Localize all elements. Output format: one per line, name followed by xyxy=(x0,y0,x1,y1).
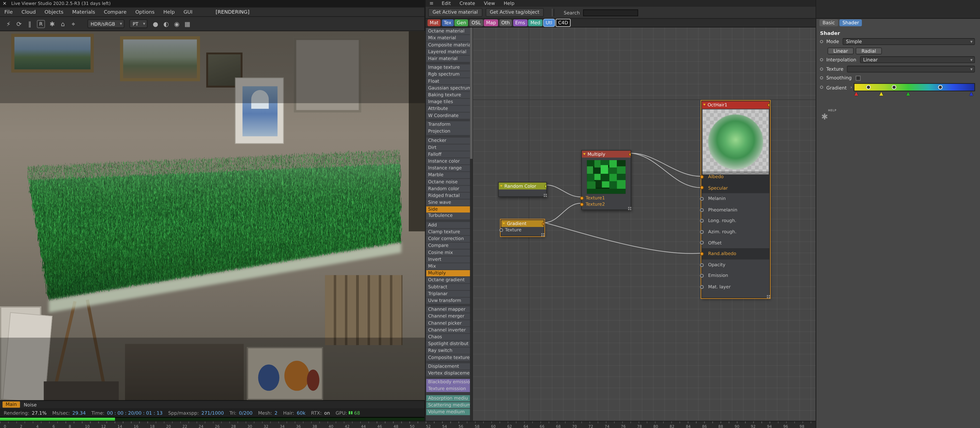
input-port[interactable] xyxy=(580,203,584,207)
colorspace-select[interactable]: HDR/sRGB xyxy=(88,19,125,28)
input-port[interactable] xyxy=(700,175,704,179)
menu-item[interactable]: Materials xyxy=(68,7,100,16)
menu-item[interactable]: File xyxy=(0,7,17,16)
category-tab[interactable]: C4D xyxy=(555,19,571,27)
gradient-knot[interactable] xyxy=(938,85,943,89)
node-type-item[interactable]: Instance color xyxy=(426,158,470,164)
node-type-item[interactable]: Absorption mediu xyxy=(426,395,470,401)
node-type-item[interactable]: W Coordinate xyxy=(426,113,470,119)
film-settings-icon[interactable]: ▦ xyxy=(182,19,193,29)
node-type-item[interactable]: Mix xyxy=(426,263,470,269)
menu-item[interactable]: Compare xyxy=(100,7,131,16)
hamburger-menu-icon[interactable]: ≡ xyxy=(426,0,438,6)
tab-main[interactable]: Main xyxy=(2,401,20,408)
node-type-item[interactable]: Rgb spectrum xyxy=(426,72,470,78)
node-type-item[interactable]: Layered material xyxy=(426,49,470,55)
node-type-item[interactable]: Falloff xyxy=(426,151,470,158)
node-type-item[interactable] xyxy=(426,304,470,306)
animation-dot-icon[interactable] xyxy=(820,67,823,70)
node-type-item[interactable]: Channel inverter xyxy=(426,327,470,333)
texture-link-field[interactable] xyxy=(847,65,975,72)
node-type-item[interactable]: Uvw transform xyxy=(426,298,470,304)
node-type-item[interactable]: Channel merger xyxy=(426,313,470,320)
node-type-item[interactable]: Attribute xyxy=(426,106,470,112)
node-type-item[interactable]: Float xyxy=(426,78,470,84)
region-render-icon[interactable]: R xyxy=(37,20,45,28)
node-type-item[interactable]: Scattering medium xyxy=(426,402,470,408)
linear-button[interactable]: Linear xyxy=(827,47,854,54)
aperture-icon[interactable]: ◉ xyxy=(172,19,182,29)
node-type-item[interactable]: Octane gradient xyxy=(426,277,470,283)
category-tab[interactable]: Med xyxy=(528,19,542,26)
gradient-color-knot[interactable] xyxy=(854,92,858,95)
output-port[interactable] xyxy=(544,184,546,188)
node-type-item[interactable] xyxy=(426,377,470,379)
get-active-tag-button[interactable]: Get Active tag/object xyxy=(485,8,544,17)
input-port[interactable] xyxy=(700,252,704,256)
output-port[interactable] xyxy=(768,103,770,107)
kernel-settings-icon[interactable]: ✱ xyxy=(47,19,57,29)
node-type-item[interactable]: Spotlight distribut xyxy=(426,341,470,347)
input-port[interactable] xyxy=(700,274,704,278)
kernel-select[interactable]: PT xyxy=(129,19,148,28)
timeline-ruler[interactable]: 0246810121416182022242628303234363840424… xyxy=(0,421,816,428)
node-type-item[interactable]: Marble xyxy=(426,172,470,178)
hair-param-row[interactable]: Emission xyxy=(702,270,770,281)
node-type-item[interactable]: Gaussian spectrum xyxy=(426,85,470,91)
animation-dot-icon[interactable] xyxy=(820,58,823,61)
hair-param-row[interactable]: Mat. layer xyxy=(702,281,770,292)
node-type-item[interactable]: Transform xyxy=(426,122,470,128)
node-type-item[interactable]: Octane noise xyxy=(426,179,470,185)
lock-resolution-icon[interactable]: ⌂ xyxy=(57,19,68,29)
node-type-item[interactable] xyxy=(426,393,470,395)
output-port[interactable] xyxy=(629,152,631,156)
hair-param-row[interactable]: Opacity xyxy=(702,259,770,270)
send-scene-icon[interactable]: ⚡ xyxy=(3,19,14,29)
gradient-knot[interactable] xyxy=(867,85,871,89)
node-type-item[interactable]: Hair material xyxy=(426,56,470,62)
menu-item[interactable]: Help xyxy=(499,0,519,6)
node-type-item[interactable] xyxy=(426,62,470,64)
category-tab[interactable]: Gen xyxy=(455,19,468,26)
menu-item[interactable]: GUI xyxy=(179,7,197,16)
exposure-icon[interactable]: ◐ xyxy=(161,19,172,29)
node-type-item[interactable]: Sine wave xyxy=(426,199,470,205)
node-gradient[interactable]: Gradient Texture xyxy=(501,220,544,237)
input-port[interactable] xyxy=(700,186,704,190)
input-port[interactable] xyxy=(700,263,704,267)
collapse-triangle-icon[interactable] xyxy=(703,103,706,105)
node-list-scrollbar[interactable] xyxy=(470,27,473,421)
restart-render-icon[interactable]: ⟳ xyxy=(14,19,24,29)
render-viewport[interactable] xyxy=(0,31,425,400)
input-port[interactable] xyxy=(700,285,704,289)
node-type-item[interactable]: Baking texture xyxy=(426,92,470,98)
node-type-item[interactable]: Volume medium xyxy=(426,409,470,415)
mode-select[interactable]: Simple xyxy=(843,38,975,45)
node-type-item[interactable]: Blackbody emissio xyxy=(426,379,470,385)
resize-grip[interactable] xyxy=(541,233,542,235)
node-type-item[interactable]: Mix material xyxy=(426,35,470,41)
node-type-item[interactable]: Image texture xyxy=(426,65,470,71)
material-ball-icon[interactable]: ● xyxy=(150,19,161,29)
category-tab[interactable]: OSL xyxy=(469,19,483,26)
menu-item[interactable]: View xyxy=(479,0,499,6)
menu-item[interactable]: Options xyxy=(131,7,159,16)
node-type-item[interactable]: Triplanar xyxy=(426,291,470,297)
radial-button[interactable]: Radial xyxy=(856,47,882,54)
node-random-color[interactable]: Random Color xyxy=(498,182,547,197)
input-port[interactable] xyxy=(499,228,503,232)
node-multiply[interactable]: Multiply xyxy=(581,150,631,210)
gradient-knot[interactable] xyxy=(892,85,896,89)
smoothing-checkbox[interactable] xyxy=(855,75,860,80)
node-type-item[interactable]: Composite texture xyxy=(426,354,470,361)
node-type-item[interactable]: Color correction xyxy=(426,236,470,242)
output-port[interactable] xyxy=(542,222,544,226)
collapse-triangle-icon[interactable] xyxy=(500,185,503,186)
category-tab[interactable]: Tex xyxy=(441,19,453,26)
menu-item[interactable]: Objects xyxy=(40,7,68,16)
get-active-material-button[interactable]: Get Active material xyxy=(428,8,482,17)
tab-shader[interactable]: Shader xyxy=(839,19,862,26)
node-type-item[interactable] xyxy=(426,119,470,121)
node-type-item[interactable]: Displacement xyxy=(426,363,470,370)
node-type-item[interactable]: Ridged fractal xyxy=(426,192,470,199)
